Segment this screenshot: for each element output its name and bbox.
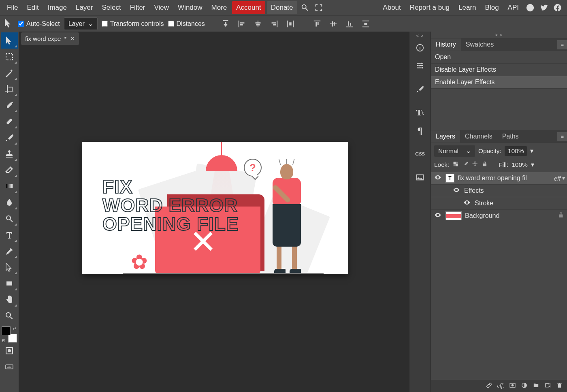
path-select-tool[interactable]	[1, 259, 18, 275]
align-right-icon[interactable]	[268, 18, 280, 30]
facebook-icon[interactable]	[551, 1, 565, 15]
fill-input[interactable]: 100%	[512, 161, 528, 168]
heal-tool[interactable]	[1, 113, 18, 130]
history-item[interactable]: Disable Layer Effects	[431, 64, 567, 76]
blend-mode-dropdown[interactable]: Normal⌄	[434, 145, 475, 157]
layer-thumbnail[interactable]: T	[446, 174, 454, 183]
rail-collapse-handle[interactable]: < >	[416, 32, 424, 39]
swatches-tab[interactable]: Swatches	[461, 38, 499, 51]
move-tool[interactable]	[1, 32, 18, 49]
wand-tool[interactable]	[1, 65, 18, 81]
menu-file[interactable]: File	[2, 0, 22, 15]
type-tool[interactable]	[1, 227, 18, 243]
paragraph-panel-icon[interactable]: ¶	[411, 122, 428, 138]
menu-filter[interactable]: Filter	[126, 0, 150, 15]
character-panel-icon[interactable]: Tt	[411, 104, 428, 121]
layer-row[interactable]: T fix word error opening fil eff ▾	[431, 172, 567, 185]
channels-tab[interactable]: Channels	[460, 130, 497, 143]
layer-fx-icon[interactable]: eff.	[497, 383, 505, 389]
eraser-tool[interactable]	[1, 162, 18, 178]
history-panel-menu-icon[interactable]: ≡	[557, 40, 567, 49]
menu-image[interactable]: Image	[43, 0, 71, 15]
shape-tool[interactable]	[1, 275, 18, 292]
align-vcenter-icon[interactable]	[327, 18, 339, 30]
layer-name[interactable]: fix word error opening fil	[458, 175, 527, 182]
menu-donate[interactable]: Donate	[267, 1, 297, 14]
menu-blog[interactable]: Blog	[481, 0, 503, 15]
lock-pixels-icon[interactable]	[452, 161, 459, 169]
paths-tab[interactable]: Paths	[497, 130, 524, 143]
menu-select[interactable]: Select	[97, 0, 125, 15]
css-panel-icon[interactable]: CSS	[411, 146, 428, 162]
hand-tool[interactable]	[1, 292, 18, 308]
layer-visibility-icon[interactable]	[433, 174, 442, 183]
layer-locked-icon[interactable]	[557, 211, 565, 220]
menu-report-bug[interactable]: Report a bug	[405, 0, 454, 15]
align-download-icon[interactable]	[220, 18, 232, 30]
default-colors-icon[interactable]: ◩	[2, 339, 5, 343]
canvas[interactable]: ✕ ✿ ? \ | / FIX WORD ERROR OPENING FILE	[82, 142, 348, 274]
keyboard-button[interactable]	[1, 359, 18, 375]
history-item[interactable]: Enable Layer Effects	[431, 76, 567, 89]
adjustments-panel-icon[interactable]	[411, 58, 428, 74]
close-tab-icon[interactable]: ✕	[70, 35, 75, 43]
opacity-slider-icon[interactable]: ▾	[530, 147, 533, 155]
menu-edit[interactable]: Edit	[22, 0, 43, 15]
menu-view[interactable]: View	[150, 0, 174, 15]
menu-account[interactable]: Account	[232, 1, 265, 14]
brush-tool[interactable]	[1, 130, 18, 146]
reddit-icon[interactable]	[523, 1, 537, 15]
stroke-visibility-icon[interactable]	[463, 199, 471, 208]
panel-collapse-handle[interactable]: > <	[431, 32, 567, 38]
quickmask-button[interactable]	[1, 343, 18, 359]
new-group-icon[interactable]	[533, 382, 539, 390]
link-layers-icon[interactable]	[486, 382, 492, 390]
canvas-viewport[interactable]: ✕ ✿ ? \ | / FIX WORD ERROR OPENING FILE	[19, 45, 409, 392]
layer-effects-row[interactable]: Effects	[431, 185, 567, 197]
lock-position-icon[interactable]	[472, 161, 478, 169]
eyedropper-tool[interactable]	[1, 97, 18, 113]
layers-panel-menu-icon[interactable]: ≡	[557, 132, 567, 141]
align-distribute-h-icon[interactable]	[284, 18, 296, 30]
lock-all-icon[interactable]	[482, 161, 488, 169]
foreground-color[interactable]	[2, 326, 11, 335]
opacity-input[interactable]: 100%	[505, 146, 527, 156]
zoom-tool[interactable]	[1, 308, 18, 324]
auto-select-checkbox[interactable]: Auto-Select	[18, 20, 60, 28]
marquee-tool[interactable]	[1, 49, 18, 65]
layer-thumbnail[interactable]	[446, 211, 462, 220]
menu-learn[interactable]: Learn	[454, 0, 480, 15]
canvas-text-layer[interactable]: FIX WORD ERROR OPENING FILE	[102, 177, 239, 233]
layers-tab[interactable]: Layers	[431, 130, 460, 143]
distances-checkbox[interactable]: Distances	[168, 20, 205, 28]
menu-about[interactable]: About	[378, 0, 405, 15]
effects-visibility-icon[interactable]	[452, 186, 461, 195]
lock-brush-icon[interactable]	[462, 161, 469, 169]
menu-more[interactable]: More	[207, 0, 232, 15]
layer-row[interactable]: Background	[431, 210, 567, 222]
history-item[interactable]: Open	[431, 51, 567, 64]
menu-window[interactable]: Window	[173, 0, 207, 15]
image-panel-icon[interactable]	[411, 169, 428, 185]
menu-api[interactable]: API	[503, 0, 523, 15]
info-panel-icon[interactable]	[411, 40, 428, 56]
adjustment-layer-icon[interactable]	[521, 382, 528, 390]
fullscreen-icon[interactable]	[312, 1, 326, 15]
brush-panel-icon[interactable]	[411, 81, 428, 97]
align-top-icon[interactable]	[311, 18, 323, 30]
stamp-tool[interactable]	[1, 146, 18, 162]
dodge-tool[interactable]	[1, 211, 18, 227]
color-swatches[interactable]: ⇄ ◩	[2, 326, 17, 343]
align-bottom-icon[interactable]	[343, 18, 356, 30]
align-hcenter-icon[interactable]	[252, 18, 264, 30]
transform-controls-checkbox[interactable]: Transform controls	[102, 20, 164, 28]
auto-select-mode-dropdown[interactable]: Layer⌄	[64, 17, 98, 30]
blur-tool[interactable]	[1, 194, 18, 211]
new-layer-icon[interactable]	[544, 382, 551, 390]
fill-slider-icon[interactable]: ▾	[531, 161, 534, 168]
layer-visibility-icon[interactable]	[433, 211, 442, 220]
gradient-tool[interactable]	[1, 178, 18, 194]
menu-layer[interactable]: Layer	[71, 0, 98, 15]
twitter-icon[interactable]	[537, 1, 551, 15]
align-distribute-v-icon[interactable]	[360, 18, 372, 30]
